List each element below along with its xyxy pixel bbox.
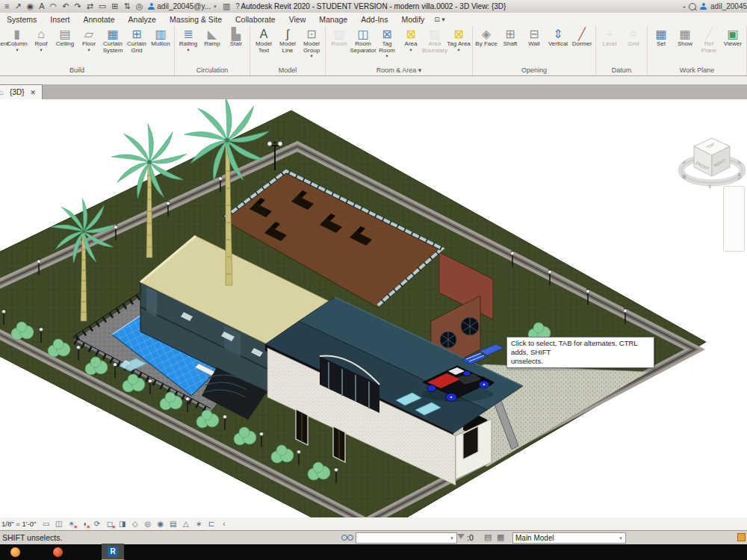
btn-wall[interactable]: ⊟Wall: [522, 27, 546, 48]
redo-icon[interactable]: ↷: [74, 2, 81, 10]
btn-vertical[interactable]: ⇕Vertical: [546, 27, 570, 48]
tab-collaborate[interactable]: Collaborate: [229, 15, 282, 24]
text-icon[interactable]: A: [39, 2, 44, 10]
displacement-sets-icon[interactable]: ∗: [193, 518, 204, 529]
close-icon[interactable]: ✕: [31, 89, 37, 96]
btn-railing[interactable]: ≣Railing▼: [176, 27, 200, 52]
btn-tag-room[interactable]: ⊠Tag Room▼: [375, 27, 399, 58]
line-tool-icon[interactable]: ↗: [14, 2, 21, 10]
panel-label-room-area[interactable]: Room & Area ▾: [326, 66, 471, 75]
wall-opening-icon: ⊟: [529, 27, 539, 41]
tab-modify[interactable]: Modify: [394, 15, 431, 24]
help-button[interactable]: ? ▼: [235, 2, 246, 10]
lock-3d-view-icon[interactable]: ◇: [129, 518, 140, 529]
3d-scene[interactable]: TOP FRONT RIGHT W S E: [0, 99, 747, 517]
btn-room[interactable]: ▨Room: [327, 27, 351, 48]
measure-icon[interactable]: ◉: [27, 2, 34, 10]
tab-analyze[interactable]: Analyze: [122, 15, 163, 24]
btn-model-text[interactable]: AModel Text: [252, 27, 276, 54]
btn-ceiling[interactable]: ▤Ceiling: [53, 27, 77, 48]
navigation-bar[interactable]: [723, 186, 745, 252]
taskbar-app-icon[interactable]: [53, 547, 63, 557]
window[interactable]: [333, 426, 345, 462]
btn-component[interactable]: ▣Component▼: [0, 27, 5, 52]
sun-path-icon[interactable]: ☀×: [66, 518, 77, 529]
btn-ref-plane[interactable]: ╱Ref Plane: [697, 27, 721, 54]
btn-tag-area[interactable]: ⊠Tag Area▼: [447, 27, 471, 52]
reveal-constraints-icon[interactable]: ⊏: [205, 518, 217, 529]
btn-area-boundary[interactable]: ▨Area Boundary: [423, 27, 447, 54]
tab-manage[interactable]: Manage: [312, 15, 354, 24]
exclude-options-icon[interactable]: ▦: [497, 532, 504, 542]
view-scale-button[interactable]: 1/8" = 1'-0": [1, 520, 36, 528]
crop-region-icon[interactable]: ◨: [117, 518, 128, 529]
btn-curtain-system[interactable]: ▦Curtain System: [101, 27, 125, 54]
btn-roof[interactable]: ⌂Roof▼: [29, 27, 53, 52]
selection-filter-icon[interactable]: [457, 534, 465, 539]
view-tab-3d[interactable]: ⌂ {3D} ✕: [0, 84, 43, 99]
btn-mullion[interactable]: ▥Mullion: [149, 27, 173, 48]
analytical-model-icon[interactable]: △: [180, 518, 191, 529]
infocenter-account[interactable]: adil_20045: [710, 2, 747, 10]
reveal-hidden-icon[interactable]: ◉: [155, 518, 166, 529]
default-3d-view-icon[interactable]: ⊞: [111, 2, 118, 10]
temporary-view-properties-icon[interactable]: ▤: [167, 518, 179, 529]
btn-viewer[interactable]: ▣Viewer: [721, 27, 745, 48]
btn-shaft[interactable]: ⊞Shaft: [498, 27, 522, 48]
drawing-area[interactable]: TOP FRONT RIGHT W S E Click to select, T…: [0, 99, 747, 517]
signin-account[interactable]: adil_20045@y... ▼: [148, 2, 217, 10]
worksets-icon[interactable]: [341, 535, 353, 541]
collapse-icon[interactable]: ◂: [683, 4, 685, 9]
crop-view-icon[interactable]: ◻×: [104, 518, 115, 529]
performance-icon[interactable]: [737, 533, 746, 541]
tab-massing-site[interactable]: Massing & Site: [163, 15, 229, 24]
thin-lines-icon[interactable]: ▭: [99, 2, 106, 10]
btn-model-group[interactable]: ⊡Model Group▼: [300, 27, 323, 58]
btn-floor[interactable]: ▱Floor▼: [77, 27, 101, 52]
btn-set[interactable]: ▦Set: [649, 27, 673, 48]
rendering-dialog-icon[interactable]: ⟳: [91, 518, 102, 529]
taskbar-app-icon[interactable]: [10, 547, 20, 557]
viewcube-west-label[interactable]: W: [682, 174, 686, 178]
app-menu-icon[interactable]: ≡: [4, 2, 9, 10]
btn-show[interactable]: ▦Show: [673, 27, 697, 48]
design-option-dropdown[interactable]: Main Model▼: [512, 532, 626, 544]
section-icon[interactable]: ⇅: [123, 2, 130, 10]
btn-model-line[interactable]: ∫Model Line: [276, 27, 300, 54]
temporary-hide-isolate-icon[interactable]: ◎: [142, 518, 153, 529]
worksets-dropdown[interactable]: ▼: [356, 532, 457, 544]
tab-insert[interactable]: Insert: [43, 15, 76, 24]
btn-by-face[interactable]: ◈By Face: [474, 27, 498, 48]
btn-curtain-grid[interactable]: ⊞Curtain Grid: [125, 27, 149, 54]
ribbon-display-toggle[interactable]: ⊡ ▾: [431, 16, 445, 23]
sync-icon[interactable]: ⇄: [87, 2, 93, 10]
undo-icon[interactable]: ↶: [62, 2, 69, 10]
tab-view[interactable]: View: [282, 15, 313, 24]
btn-column[interactable]: ▮Column▼: [5, 27, 29, 52]
open-icon[interactable]: ◠: [50, 2, 58, 10]
btn-area[interactable]: ⊠Area▼: [399, 27, 423, 52]
btn-stair[interactable]: ▙Stair: [224, 27, 248, 48]
tab-systems[interactable]: Systems: [0, 15, 43, 24]
btn-ramp[interactable]: ◣Ramp: [200, 27, 224, 48]
detail-level-icon[interactable]: ▭: [40, 518, 52, 529]
cart-icon[interactable]: ▥: [223, 2, 230, 10]
account-icon[interactable]: [700, 3, 707, 10]
taskbar-revit-icon[interactable]: R: [102, 544, 124, 560]
btn-room-separator[interactable]: ◫Room Separator: [351, 27, 375, 54]
tab-annotate[interactable]: Annotate: [77, 15, 122, 24]
viewcube-south-label[interactable]: S: [708, 184, 711, 189]
btn-dormer[interactable]: ╱Dormer: [570, 27, 594, 48]
search-icon[interactable]: [689, 3, 696, 10]
window[interactable]: [296, 409, 308, 445]
design-options-icon[interactable]: ▤: [484, 532, 492, 542]
tab-add-ins[interactable]: Add-Ins: [354, 15, 394, 24]
btn-grid[interactable]: #Grid: [622, 27, 645, 48]
viewcube-east-label[interactable]: E: [738, 172, 741, 177]
view-cube[interactable]: TOP FRONT RIGHT W S E: [681, 138, 743, 189]
close-hidden-icon[interactable]: ◎: [136, 2, 143, 10]
vcb-expand-icon[interactable]: ‹: [218, 518, 229, 529]
shadows-icon[interactable]: ◑×: [78, 518, 90, 529]
btn-level[interactable]: +Level: [598, 27, 622, 48]
visual-style-icon[interactable]: ◫: [53, 518, 64, 529]
